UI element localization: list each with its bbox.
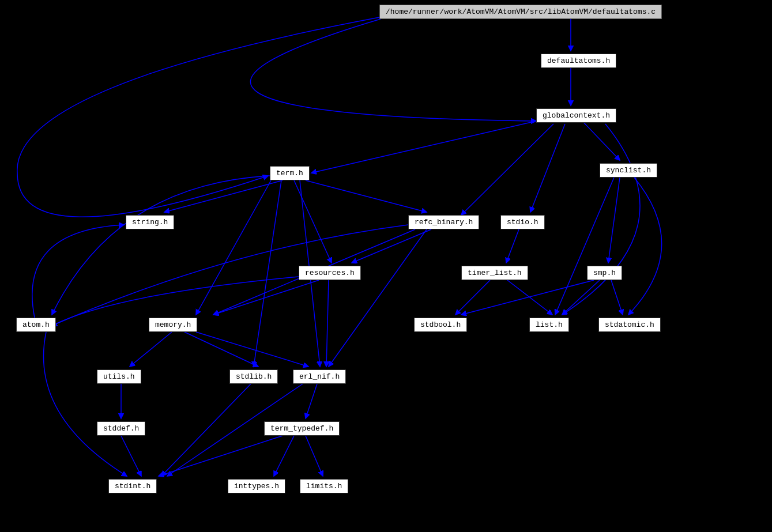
limits-h-node: limits.h [300,479,348,493]
title-file-node: /home/runner/work/AtomVM/AtomVM/src/libA… [379,5,662,19]
svg-line-36 [461,280,594,315]
stdint-h-node: stdint.h [108,479,157,493]
svg-line-18 [608,178,620,263]
stddef-h-node: stddef.h [97,421,145,436]
stdlib-h-node: stdlib.h [229,369,278,384]
svg-line-3 [311,121,536,173]
svg-line-5 [461,124,553,215]
refc-binary-h-node: refc_binary.h [408,215,479,229]
svg-line-26 [184,332,258,367]
svg-line-24 [611,280,623,315]
dependency-graph-svg [0,0,772,532]
term-h-node: term.h [270,166,310,180]
svg-line-31 [306,384,317,418]
svg-line-29 [121,436,141,476]
svg-line-16 [506,229,519,263]
svg-line-4 [582,121,620,160]
term-typedef-h-node: term_typedef.h [264,421,340,436]
svg-line-13 [352,229,431,263]
stdio-h-node: stdio.h [500,215,545,229]
svg-line-15 [329,229,427,367]
svg-line-7 [164,180,283,212]
svg-line-11 [254,180,281,367]
svg-line-8 [306,180,427,212]
atom-h-node: atom.h [16,318,56,332]
defaultatoms-h-node: defaultatoms.h [541,54,616,68]
memory-h-node: memory.h [149,318,197,332]
globalcontext-h-node: globalcontext.h [536,108,616,123]
erl-nif-h-node: erl_nif.h [293,369,346,384]
svg-line-27 [196,332,308,367]
synclist-h-node: synclist.h [600,163,657,178]
utils-h-node: utils.h [97,369,141,384]
inttypes-h-node: inttypes.h [228,479,285,493]
stdbool-h-node: stdbool.h [414,318,467,332]
svg-line-30 [161,384,251,476]
svg-line-21 [455,280,490,315]
resources-h-node: resources.h [299,266,361,280]
svg-line-34 [274,436,294,476]
svg-line-22 [507,280,552,315]
string-h-node: string.h [126,215,174,229]
svg-line-9 [294,180,332,263]
svg-line-25 [130,332,172,367]
svg-line-6 [530,124,565,212]
list-h-node: list.h [529,318,569,332]
svg-line-20 [326,280,329,367]
smp-h-node: smp.h [587,266,622,280]
svg-line-35 [306,436,323,476]
stdatomic-h-node: stdatomic.h [598,318,661,332]
timer-list-h-node: timer_list.h [461,266,528,280]
svg-line-33 [159,436,283,476]
